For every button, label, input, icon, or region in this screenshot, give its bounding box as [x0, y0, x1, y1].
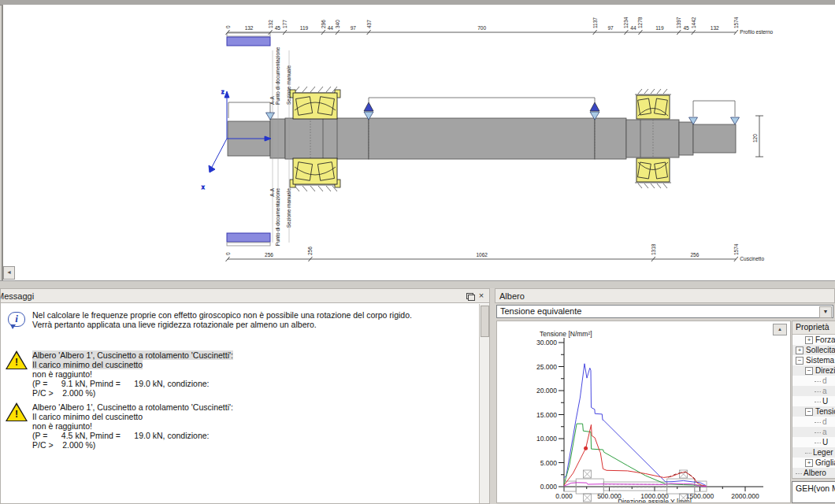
warning-icon: ! — [6, 350, 28, 369]
section-annotation-label: A-A — [269, 187, 275, 197]
axis-label-z: z — [221, 89, 225, 94]
y-tick-label: 25.000 — [536, 363, 557, 371]
warning-message[interactable]: !Albero 'Albero 1', Cuscinetto a rotolam… — [1, 350, 489, 398]
tree-row-tensio[interactable]: −Tensio — [792, 406, 835, 417]
tree-row-d[interactable]: d — [792, 417, 835, 427]
section-annotation-label: Sezione manuale — [286, 65, 291, 105]
diagram-type-select[interactable]: Tensione equivalente ▼ — [496, 305, 833, 318]
tree-row-label: Leger — [813, 448, 833, 457]
tree-row-albero[interactable]: Albero — [792, 468, 835, 478]
force-triangle-icon — [364, 102, 373, 111]
messages-scrollbar[interactable] — [479, 304, 489, 503]
info-message[interactable]: iNel calcolare le frequenze proprie con … — [1, 310, 489, 329]
dimension-segment-label: 132 — [245, 25, 254, 31]
dimension-position-label: 0 — [225, 252, 231, 255]
float-icon — [468, 295, 475, 301]
dimension-segment-label: 119 — [300, 25, 309, 31]
tree-connector — [815, 402, 821, 402]
tree-connector — [815, 443, 821, 443]
dimension-position-label: 1318 — [651, 243, 656, 255]
albero-panel-title: Albero — [499, 291, 525, 301]
tree-row-label: Sistema a — [806, 356, 835, 365]
tree-row-u[interactable]: U — [792, 437, 835, 447]
dimension-segment-label: 119 — [655, 25, 664, 31]
y-tick-label: 0.000 — [540, 483, 558, 491]
expand-icon[interactable]: + — [805, 336, 813, 344]
coupling-element-bottom — [227, 233, 270, 246]
messages-scrollbar-thumb[interactable] — [481, 306, 489, 337]
chevron-down-icon[interactable]: ▼ — [819, 306, 832, 318]
y-tick-label: 10.000 — [536, 435, 557, 443]
tree-connector — [815, 432, 821, 433]
tree-row-d[interactable]: d — [792, 376, 835, 386]
dimension-position-label: 1234 — [623, 17, 629, 28]
dimension-position-label: 1137 — [592, 17, 598, 28]
dimension-position-label: 1442 — [691, 17, 696, 28]
tree-row-label: Direzi — [815, 366, 835, 375]
expand-icon[interactable]: + — [796, 346, 803, 354]
tree-row-direzi[interactable]: −Direzi — [792, 365, 835, 376]
tree-row-label: d — [822, 376, 827, 385]
dimension-segment-label: 700 — [477, 25, 486, 31]
dimension-position-label: 1574 — [733, 17, 739, 28]
tree-row-a[interactable]: a — [792, 427, 835, 437]
tree-row-sollecitazi[interactable]: +Sollecitazi — [792, 345, 835, 355]
dimension-segment-label: 132 — [711, 25, 719, 31]
stress-chart[interactable]: 0.0005.00010.00015.00020.00025.00030.000… — [496, 321, 791, 503]
message-line: Albero 'Albero 1', Cuscinetto a rotolame… — [32, 350, 233, 360]
message-line: P/C > 2.000 %) — [32, 388, 95, 398]
properties-panel: Proprietà +Forza+Sollecitazi−Sistema a−D… — [792, 321, 835, 479]
shaft-body[interactable] — [228, 118, 736, 159]
tree-row-label: Forza — [815, 335, 835, 344]
tree-row-sistema-a[interactable]: −Sistema a — [792, 355, 835, 365]
dimension-segment-label: 256 — [265, 252, 273, 258]
tree-row-label: Albero — [803, 469, 826, 477]
tree-row-u[interactable]: U — [792, 396, 835, 406]
dimension-segment-label: 44 — [630, 25, 636, 31]
svg-text:120: 120 — [752, 134, 758, 143]
dimension-position-label: 0 — [225, 25, 231, 28]
dimension-position-label: 437 — [366, 20, 372, 28]
properties-header: Proprietà — [792, 321, 835, 335]
tree-row-label: a — [822, 387, 827, 395]
force-triangle-icon — [731, 117, 740, 124]
message-line: Albero 'Albero 1', Cuscinetto a rotolame… — [32, 402, 233, 412]
float-panel-button[interactable] — [464, 291, 475, 302]
criterion-box[interactable]: GEH(von Mise — [792, 481, 835, 503]
message-line: Nel calcolare le frequenze proprie con e… — [32, 310, 412, 320]
canvas-scroll-left-button[interactable]: ◄ — [3, 266, 15, 280]
albero-panel: Albero Tensione equivalente ▼ 0.0005.000… — [495, 288, 835, 504]
messages-panel: Messaggi × iNel calcolare le frequenze p… — [0, 288, 490, 504]
tree-row-a[interactable]: a — [792, 386, 835, 396]
section-annotation-label: Punto di documentazione — [275, 188, 280, 246]
tree-row-griglia[interactable]: +Griglia — [792, 458, 835, 468]
tree-row-label: d — [822, 417, 827, 426]
drawing-canvas[interactable]: z x 120 01321772963404371137123412781397… — [2, 5, 835, 280]
tree-row-forza[interactable]: +Forza — [792, 335, 835, 345]
message-line: non è raggiunto! — [32, 421, 92, 431]
diameter-dimension: 120 — [752, 116, 763, 157]
warning-message[interactable]: !Albero 'Albero 1', Cuscinetto a rotolam… — [1, 402, 489, 450]
message-line: Verrà pertanto applicata una lieve rigid… — [32, 320, 317, 329]
collapse-icon[interactable]: − — [796, 357, 803, 365]
messages-list[interactable]: iNel calcolare le frequenze proprie con … — [0, 303, 490, 504]
tree-connector — [815, 381, 821, 382]
selected-point-marker[interactable] — [584, 447, 588, 450]
tree-row-leger[interactable]: Leger — [792, 447, 835, 458]
coupling-element-top — [227, 33, 270, 46]
expand-icon[interactable]: + — [805, 459, 813, 467]
tree-connector — [796, 473, 802, 474]
close-panel-button[interactable]: × — [476, 291, 487, 302]
curve-red — [564, 424, 707, 486]
collapse-icon[interactable]: − — [805, 367, 813, 375]
y-tick-label: 30.000 — [536, 339, 557, 346]
axis-label-x: x — [202, 184, 205, 190]
dimension-segment-label: 1062 — [476, 252, 488, 258]
collapse-icon[interactable]: − — [805, 408, 813, 416]
dimension-segment-label: 256 — [690, 252, 699, 258]
chart-scroll-up-button[interactable]: ▲ — [773, 324, 787, 335]
dimension-segment-label: 45 — [275, 25, 281, 31]
message-line: non è raggiunto! — [32, 369, 92, 379]
dimension-position-label: 296 — [321, 20, 326, 28]
message-line: (P = 4.5 kN, Pmind = 19.0 kN, condizione… — [32, 431, 210, 440]
